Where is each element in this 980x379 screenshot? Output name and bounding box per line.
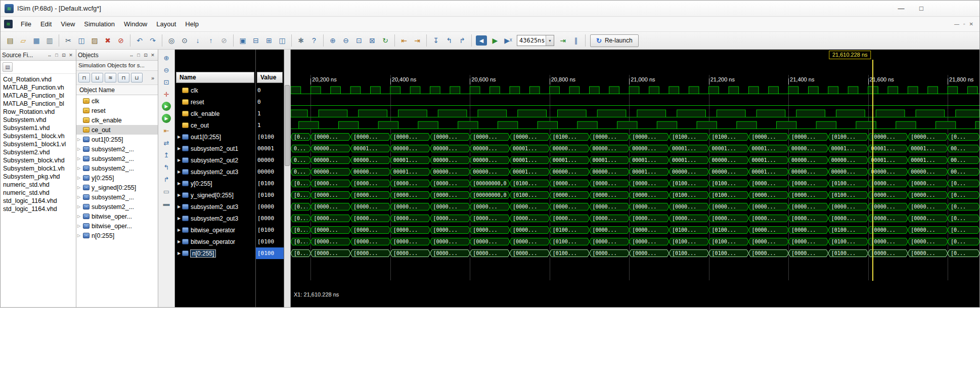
source-panel-header[interactable]: Source Fi... ↔□⊡✕ (1, 50, 76, 61)
expander-icon[interactable] (77, 137, 83, 142)
float-button[interactable]: □ (135, 52, 142, 59)
wave-name-row[interactable]: reset (175, 96, 255, 108)
new-file-button[interactable]: ▤ (4, 34, 17, 47)
expand-arrow-icon[interactable]: ▶ (176, 204, 182, 209)
menu-item[interactable]: Window (119, 18, 152, 30)
waveform-row[interactable]: [0...[0000...[0000...[0000...[0000...[00… (291, 224, 979, 236)
tile-horizontal-button[interactable]: ⊟ (249, 34, 262, 47)
source-file-item[interactable]: Subsystem1_block.vh (1, 132, 76, 140)
source-view-icon[interactable]: ▤ (3, 62, 13, 72)
wave-zoom-cursor-button[interactable]: ✛ (160, 89, 172, 100)
source-file-item[interactable]: Subsystem1.vhd (1, 124, 76, 132)
scrollbar-thumb[interactable] (285, 85, 290, 166)
waveform-row[interactable]: [0...[0000...[0000...[0000...[0000...[00… (291, 236, 979, 247)
expand-arrow-icon[interactable]: ▶ (176, 158, 182, 162)
waveform-row[interactable] (291, 96, 979, 108)
source-file-item[interactable]: MATLAB_Function_bl (1, 100, 76, 108)
preferences-button[interactable]: ✱ (294, 34, 307, 47)
more-filters-button[interactable]: » (150, 75, 156, 81)
expand-arrow-icon[interactable]: ▶ (176, 239, 182, 244)
object-name-column-header[interactable]: Object Name (76, 85, 158, 95)
relaunch-button[interactable]: ↻Re-launch (590, 34, 639, 47)
object-item[interactable]: n[0:255] (76, 231, 158, 240)
zoom-area-button[interactable]: ⊠ (366, 34, 379, 47)
zoom-in-button[interactable]: ⊕ (326, 34, 339, 47)
close-panel-button[interactable]: ✕ (67, 52, 74, 59)
signal-value[interactable]: 0 (256, 85, 284, 96)
child-minimize-button[interactable]: — (954, 21, 959, 27)
expander-icon[interactable] (77, 224, 83, 228)
goto-previous-marker-button[interactable]: ⇤ (397, 34, 411, 47)
wave-zoom-full-button[interactable]: ⊡ (160, 76, 172, 88)
waveform-row[interactable] (291, 119, 979, 131)
float-window-button[interactable]: ◫ (276, 34, 289, 47)
save-button[interactable]: ▦ (30, 34, 43, 47)
wave-name-row[interactable]: ▶y_signed[0:255] (175, 189, 255, 201)
object-item[interactable]: clk (76, 96, 158, 106)
wave-zoom-in-button[interactable]: ⊕ (160, 52, 172, 63)
wave-name-row[interactable]: ▶subsystem2_out1 (175, 143, 255, 154)
source-file-item[interactable]: std_logic_1164.vhd (1, 205, 76, 213)
object-item[interactable]: subsystem2_... (76, 163, 158, 173)
paste-button[interactable]: ▨ (88, 34, 101, 47)
menu-item[interactable]: View (56, 18, 79, 30)
signal-value[interactable]: [0100 (256, 236, 284, 247)
expander-icon[interactable] (77, 176, 83, 180)
minimize-button[interactable]: — (894, 4, 909, 14)
source-file-item[interactable]: Col_Rotation.vhd (1, 75, 76, 83)
source-file-item[interactable]: Subsystem_pkg.vhd (1, 173, 76, 181)
source-file-item[interactable]: Subsystem1_block1.vl (1, 140, 76, 148)
dock-move-button[interactable]: ↔ (46, 52, 53, 59)
signal-value[interactable]: [0100 (256, 178, 284, 189)
source-file-item[interactable]: Subsystem_block.vhd (1, 156, 76, 164)
waveform-row[interactable]: [0...[0000...[0000...[0000...[0000...[00… (291, 247, 979, 259)
wave-vertical-scrollbar[interactable] (284, 50, 291, 308)
wave-name-row[interactable]: ▶n[0:255] (175, 247, 255, 259)
expander-icon[interactable] (77, 156, 83, 161)
run-time-value[interactable]: 43625ns (517, 37, 546, 44)
source-file-item[interactable]: MATLAB_Function.vh (1, 83, 76, 92)
source-file-item[interactable]: numeric_std.vhd (1, 181, 76, 189)
source-file-item[interactable]: Subsystem_block1.vh (1, 164, 76, 173)
signal-value[interactable]: 00000 (256, 154, 284, 166)
run-time-combo[interactable]: 43625ns▼ (517, 35, 554, 46)
wave-name-row[interactable]: ▶y[0:255] (175, 178, 255, 189)
source-file-item[interactable]: MATLAB_Function_bl (1, 92, 76, 100)
object-item[interactable]: y[0:255] (76, 173, 158, 183)
object-item[interactable]: subsystem2_... (76, 192, 158, 202)
measure-button[interactable]: ▬ (160, 198, 172, 209)
cursor-line[interactable] (872, 60, 873, 281)
waveform-row[interactable]: 0...00000...00001...00000...00000...0000… (291, 143, 979, 154)
open-file-button[interactable]: ▱ (17, 34, 30, 47)
copy-button[interactable]: ◫ (75, 34, 88, 47)
refresh-button[interactable]: ↻ (379, 34, 392, 47)
previous-event-button[interactable]: ↰ (442, 34, 456, 47)
menu-item[interactable]: Layout (152, 18, 181, 30)
float-button[interactable]: □ (53, 52, 60, 59)
swap-cursors-button[interactable]: ⇄ (160, 137, 172, 148)
expand-arrow-icon[interactable]: ▶ (176, 146, 182, 151)
object-item[interactable]: subsystem2_... (76, 144, 158, 154)
expander-icon[interactable] (77, 233, 83, 238)
show-internal-signals-button[interactable]: ⊓ (118, 73, 129, 82)
stop-button[interactable]: ⊘ (114, 34, 127, 47)
step-button[interactable]: ⇥ (556, 34, 569, 47)
find-next-button[interactable]: ↓ (191, 34, 204, 47)
auto-hide-button[interactable]: ⊡ (142, 52, 149, 59)
whats-this-button[interactable]: ? (307, 34, 321, 47)
wave-name-row[interactable]: ▶subsystem2_out2 (175, 154, 255, 166)
object-item[interactable]: subsystem2_... (76, 202, 158, 212)
signal-value[interactable]: [0100 (256, 224, 284, 236)
waveform-row[interactable]: 0...00000...00000...00001...00000...0000… (291, 154, 979, 166)
previous-transition-button[interactable]: ↰ (160, 161, 172, 173)
wave-run-button[interactable]: ▶ (162, 114, 171, 123)
wave-restart-button[interactable]: ▶ (162, 102, 171, 111)
object-item[interactable]: ce_out (76, 125, 158, 135)
close-panel-button[interactable]: ✕ (149, 52, 156, 59)
auto-hide-button[interactable]: ⊡ (60, 52, 67, 59)
floating-ruler-button[interactable]: ▭ (160, 186, 172, 197)
redo-button[interactable]: ↷ (146, 34, 159, 47)
menu-item[interactable]: File (16, 18, 36, 30)
waveform-row[interactable]: [0...[0000...[0000...[0000...[0000...[00… (291, 201, 979, 213)
waveform-row[interactable]: [0...[0000...[0000...[0000...[0000...[00… (291, 131, 979, 143)
